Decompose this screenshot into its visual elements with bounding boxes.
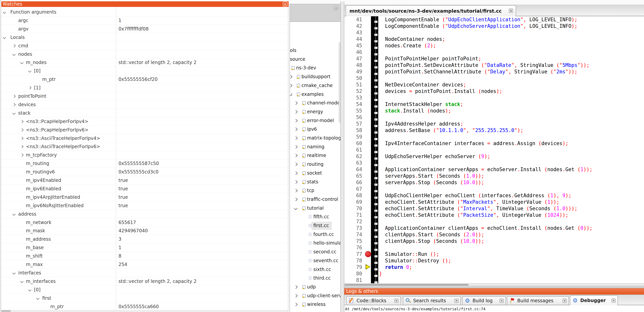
watch-row-nodes[interactable]: nodes <box>1 50 288 58</box>
tree-item-third-cc[interactable]: third.cc <box>290 274 341 283</box>
watch-row-function-arguments[interactable]: Function arguments <box>1 8 288 16</box>
line-number[interactable]: 77 <box>347 251 362 257</box>
collapse-chevron-icon[interactable] <box>294 206 298 210</box>
tree-item-udp-client-server[interactable]: udp-client-server <box>290 292 341 300</box>
tree-item-first-cc[interactable]: first.cc <box>290 221 341 230</box>
tree-item-sixth-cc[interactable]: sixth.cc <box>290 265 341 274</box>
line-number[interactable]: 49 <box>347 68 362 75</box>
watch-row-pointtopoint[interactable]: pointToPoint <box>1 92 288 100</box>
watch-row-m-max[interactable]: m_max254 <box>1 260 288 269</box>
line-number[interactable]: 44 <box>347 36 362 42</box>
tree-item-matrix-topology[interactable]: matrix-topology <box>290 134 341 143</box>
watch-row-address[interactable]: address <box>1 210 288 218</box>
logs-tab-search-results[interactable]: Search results× <box>403 296 461 305</box>
line-number[interactable]: 48 <box>347 62 362 68</box>
watch-row-m-ipv4arpjitterenabled[interactable]: m_ipv4ArpJitterEnabledtrue <box>1 193 288 201</box>
expand-chevron-icon[interactable] <box>12 95 16 98</box>
editor-content[interactable]: 4142434445464748495051525354555657585960… <box>344 16 644 285</box>
collapse-chevron-icon[interactable] <box>12 213 16 216</box>
tree-item-fifth-cc[interactable]: fifth.cc <box>290 213 341 221</box>
tree-item-tcp[interactable]: tcp <box>290 186 341 195</box>
watches-title-bar[interactable]: Watches × <box>1 1 288 7</box>
line-number[interactable]: 47 <box>347 55 362 62</box>
watch-row-interfaces[interactable]: interfaces <box>1 269 288 277</box>
line-number[interactable]: 80 <box>347 270 362 277</box>
editor-horizontal-scrollbar-thumb[interactable] <box>345 284 468 286</box>
collapse-chevron-icon[interactable] <box>290 93 292 96</box>
tree-item-ns-3-dev[interactable]: ns-3-dev <box>290 64 341 72</box>
watch-row-m-mask[interactable]: m_mask4294967040 <box>1 227 288 235</box>
line-number[interactable]: 67 <box>347 186 362 192</box>
editor-tab-first-cc[interactable]: mnt/dev/tools/source/ns-3-dev/examples/t… <box>346 5 516 16</box>
watch-row-m-base[interactable]: m_base1 <box>1 243 288 252</box>
tree-item-channel-models[interactable]: channel-models <box>290 99 341 108</box>
breakpoint-icon[interactable] <box>365 251 371 257</box>
line-number[interactable]: 66 <box>347 179 362 186</box>
expand-chevron-icon[interactable] <box>294 294 298 298</box>
tree-item-ipv6[interactable]: ipv6 <box>290 125 341 134</box>
expand-chevron-icon[interactable] <box>294 162 298 166</box>
watch-row-stack[interactable]: stack <box>1 109 288 117</box>
line-number[interactable]: 51 <box>347 81 362 88</box>
line-number[interactable]: 72 <box>347 218 362 225</box>
line-number[interactable]: 43 <box>347 29 362 36</box>
expand-chevron-icon[interactable] <box>20 128 24 132</box>
tree-item-energy[interactable]: energy <box>290 108 341 116</box>
watch-row--0-[interactable]: [0] <box>1 286 288 294</box>
line-number[interactable]: 71 <box>347 212 362 218</box>
expand-chevron-icon[interactable] <box>294 101 298 105</box>
line-number[interactable]: 64 <box>347 166 362 173</box>
collapse-chevron-icon[interactable] <box>12 271 16 275</box>
tree-item-seventh-cc[interactable]: seventh.cc <box>290 256 341 265</box>
line-number[interactable]: 56 <box>347 114 362 121</box>
line-number[interactable]: 78 <box>347 257 362 264</box>
watch-row-m-network[interactable]: m_network655617 <box>1 218 288 227</box>
watch-row-m-tcpfactory[interactable]: m_tcpFactory <box>1 151 288 159</box>
watch-row-m-interfaces[interactable]: m_interfacesstd::vector of length 2, cap… <box>1 277 288 286</box>
watch-row-first[interactable]: first <box>1 294 288 303</box>
logs-tab-build-messages[interactable]: Build messages× <box>507 296 569 305</box>
tree-item-stats[interactable]: stats <box>290 178 341 186</box>
watch-row-m-shift[interactable]: m_shift8 <box>1 252 288 260</box>
watch-row--ns3-asciitracehelperforipv6-[interactable]: <ns3::AsciiTraceHelperForIpv6> <box>1 142 288 151</box>
tree-item-realtime[interactable]: realtime <box>290 151 341 160</box>
logs-tab-code-blocks[interactable]: Code::Blocks× <box>346 296 401 305</box>
projects-tree-scrollbar[interactable] <box>339 42 340 123</box>
logs-tab-build-log[interactable]: ⚙Build log× <box>462 296 506 305</box>
tree-item-ols[interactable]: ols <box>290 46 341 55</box>
watch-row-m-ipv6nsrsjitterenabled[interactable]: m_ipv6NsRsJitterEnabledtrue <box>1 201 288 210</box>
projects-panel-close-button[interactable]: × <box>334 6 338 10</box>
collapse-chevron-icon[interactable] <box>3 10 6 14</box>
expand-chevron-icon[interactable] <box>12 44 16 47</box>
tree-item-source[interactable]: source <box>290 55 341 64</box>
line-number[interactable]: 76 <box>347 244 362 251</box>
watch-row-argv[interactable]: argv0x7fffffffdf08 <box>1 25 288 33</box>
line-number[interactable]: 59 <box>347 134 362 140</box>
editor-tab-close-icon[interactable]: × <box>509 9 513 13</box>
collapse-chevron-icon[interactable] <box>12 53 16 56</box>
watch-row--ns3-pcaphelperforipv4-[interactable]: <ns3::PcapHelperForIpv4> <box>1 117 288 126</box>
collapse-chevron-icon[interactable] <box>3 36 6 39</box>
line-number[interactable]: 61 <box>347 147 362 153</box>
line-number[interactable]: 42 <box>347 23 362 29</box>
logs-tab-debugger[interactable]: ⚙Debugger× <box>570 295 618 305</box>
line-number[interactable]: 45 <box>347 42 362 49</box>
expand-chevron-icon[interactable] <box>294 180 298 184</box>
line-number[interactable]: 63 <box>347 160 362 166</box>
watch-row-locals[interactable]: Locals <box>1 33 288 42</box>
line-number[interactable]: 62 <box>347 153 362 160</box>
collapse-chevron-icon[interactable] <box>12 112 16 115</box>
tree-item-naming[interactable]: naming <box>290 143 341 152</box>
watch-row-argc[interactable]: argc1 <box>1 16 288 25</box>
expand-chevron-icon[interactable] <box>20 154 24 157</box>
line-number[interactable]: 53 <box>347 95 362 101</box>
logs-tab-close-icon[interactable]: × <box>562 299 566 303</box>
watch-row--1-[interactable]: [1] <box>1 84 288 92</box>
logs-tab-close-icon[interactable]: × <box>612 299 616 303</box>
tree-item-routing[interactable]: routing <box>290 160 341 169</box>
panel-splitter[interactable] <box>340 1 344 312</box>
watch-row-devices[interactable]: devices <box>1 100 288 109</box>
expand-chevron-icon[interactable] <box>20 145 24 148</box>
watch-row-m-routing[interactable]: m_routing0x555555587c50 <box>1 159 288 168</box>
watch-row-m-ptr[interactable]: m_ptr0x5555555ca660 <box>1 303 288 311</box>
